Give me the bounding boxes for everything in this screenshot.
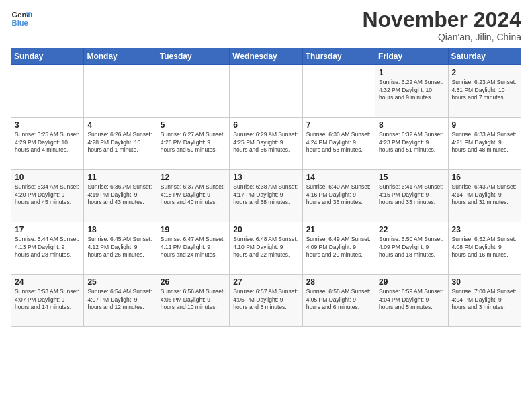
col-friday: Friday <box>375 48 448 65</box>
day-number: 30 <box>452 277 517 287</box>
day-info: Sunrise: 6:33 AM Sunset: 4:21 PM Dayligh… <box>452 131 517 154</box>
day-number: 14 <box>306 173 371 182</box>
cell-2-0: 10Sunrise: 6:34 AM Sunset: 4:20 PM Dayli… <box>11 170 84 222</box>
day-number: 26 <box>161 277 226 287</box>
day-info: Sunrise: 6:43 AM Sunset: 4:14 PM Dayligh… <box>452 183 517 206</box>
cell-0-3 <box>230 65 302 118</box>
cell-1-2: 5Sunrise: 6:27 AM Sunset: 4:26 PM Daylig… <box>157 118 229 170</box>
day-number: 17 <box>15 225 80 234</box>
day-info: Sunrise: 6:23 AM Sunset: 4:31 PM Dayligh… <box>452 79 517 101</box>
day-info: Sunrise: 6:25 AM Sunset: 4:29 PM Dayligh… <box>15 131 80 154</box>
cell-4-1: 25Sunrise: 6:54 AM Sunset: 4:07 PM Dayli… <box>84 275 157 327</box>
day-number: 9 <box>452 120 517 130</box>
day-number: 7 <box>306 120 371 130</box>
day-number: 5 <box>161 120 226 130</box>
cell-1-3: 6Sunrise: 6:29 AM Sunset: 4:25 PM Daylig… <box>230 118 302 170</box>
day-number: 10 <box>15 173 80 182</box>
day-number: 19 <box>161 225 226 234</box>
day-info: Sunrise: 7:00 AM Sunset: 4:04 PM Dayligh… <box>452 288 517 311</box>
week-row-1: 1Sunrise: 6:22 AM Sunset: 4:32 PM Daylig… <box>11 65 521 118</box>
calendar-body: 1Sunrise: 6:22 AM Sunset: 4:32 PM Daylig… <box>11 65 521 327</box>
svg-text:Blue: Blue <box>12 19 28 27</box>
day-info: Sunrise: 6:56 AM Sunset: 4:06 PM Dayligh… <box>161 288 226 311</box>
main-title: November 2024 <box>362 8 521 32</box>
day-number: 2 <box>452 68 517 77</box>
cell-2-2: 12Sunrise: 6:37 AM Sunset: 4:18 PM Dayli… <box>157 170 229 222</box>
day-info: Sunrise: 6:27 AM Sunset: 4:26 PM Dayligh… <box>161 131 226 154</box>
day-number: 15 <box>379 173 444 182</box>
cell-2-6: 16Sunrise: 6:43 AM Sunset: 4:14 PM Dayli… <box>448 170 521 222</box>
day-number: 24 <box>15 277 80 287</box>
week-row-5: 24Sunrise: 6:53 AM Sunset: 4:07 PM Dayli… <box>11 275 521 327</box>
col-tuesday: Tuesday <box>157 48 229 65</box>
day-info: Sunrise: 6:50 AM Sunset: 4:09 PM Dayligh… <box>379 236 444 259</box>
day-info: Sunrise: 6:59 AM Sunset: 4:04 PM Dayligh… <box>379 288 444 311</box>
cell-4-0: 24Sunrise: 6:53 AM Sunset: 4:07 PM Dayli… <box>11 275 84 327</box>
day-number: 8 <box>379 120 444 130</box>
cell-1-4: 7Sunrise: 6:30 AM Sunset: 4:24 PM Daylig… <box>302 118 375 170</box>
day-number: 29 <box>379 277 444 287</box>
day-info: Sunrise: 6:34 AM Sunset: 4:20 PM Dayligh… <box>15 183 80 206</box>
day-number: 28 <box>306 277 371 287</box>
cell-0-5: 1Sunrise: 6:22 AM Sunset: 4:32 PM Daylig… <box>375 65 448 118</box>
cell-1-0: 3Sunrise: 6:25 AM Sunset: 4:29 PM Daylig… <box>11 118 84 170</box>
day-number: 23 <box>452 225 517 234</box>
col-thursday: Thursday <box>302 48 375 65</box>
day-info: Sunrise: 6:57 AM Sunset: 4:05 PM Dayligh… <box>233 288 298 311</box>
title-block: November 2024 Qian'an, Jilin, China <box>362 8 521 42</box>
day-number: 1 <box>379 68 444 77</box>
cell-0-2 <box>157 65 229 118</box>
cell-0-1 <box>84 65 157 118</box>
day-number: 4 <box>87 120 152 130</box>
day-info: Sunrise: 6:29 AM Sunset: 4:25 PM Dayligh… <box>233 131 298 154</box>
cell-4-3: 27Sunrise: 6:57 AM Sunset: 4:05 PM Dayli… <box>230 275 302 327</box>
day-info: Sunrise: 6:54 AM Sunset: 4:07 PM Dayligh… <box>87 288 152 311</box>
col-saturday: Saturday <box>448 48 521 65</box>
day-number: 3 <box>15 120 80 130</box>
logo-icon: General Blue <box>11 8 32 30</box>
cell-4-4: 28Sunrise: 6:58 AM Sunset: 4:05 PM Dayli… <box>302 275 375 327</box>
subtitle: Qian'an, Jilin, China <box>362 32 521 42</box>
cell-4-6: 30Sunrise: 7:00 AM Sunset: 4:04 PM Dayli… <box>448 275 521 327</box>
cell-3-0: 17Sunrise: 6:44 AM Sunset: 4:13 PM Dayli… <box>11 222 84 275</box>
cell-3-5: 22Sunrise: 6:50 AM Sunset: 4:09 PM Dayli… <box>375 222 448 275</box>
cell-4-2: 26Sunrise: 6:56 AM Sunset: 4:06 PM Dayli… <box>157 275 229 327</box>
cell-2-3: 13Sunrise: 6:38 AM Sunset: 4:17 PM Dayli… <box>230 170 302 222</box>
day-info: Sunrise: 6:53 AM Sunset: 4:07 PM Dayligh… <box>15 288 80 311</box>
day-number: 16 <box>452 173 517 182</box>
col-monday: Monday <box>84 48 157 65</box>
day-info: Sunrise: 6:58 AM Sunset: 4:05 PM Dayligh… <box>306 288 371 311</box>
cell-0-0 <box>11 65 84 118</box>
weekday-row: Sunday Monday Tuesday Wednesday Thursday… <box>11 48 521 65</box>
calendar-header: Sunday Monday Tuesday Wednesday Thursday… <box>11 48 521 65</box>
day-number: 18 <box>87 225 152 234</box>
col-sunday: Sunday <box>11 48 84 65</box>
week-row-2: 3Sunrise: 6:25 AM Sunset: 4:29 PM Daylig… <box>11 118 521 170</box>
day-number: 21 <box>306 225 371 234</box>
day-number: 25 <box>87 277 152 287</box>
day-info: Sunrise: 6:52 AM Sunset: 4:08 PM Dayligh… <box>452 236 517 259</box>
day-info: Sunrise: 6:45 AM Sunset: 4:12 PM Dayligh… <box>87 236 152 259</box>
cell-1-6: 9Sunrise: 6:33 AM Sunset: 4:21 PM Daylig… <box>448 118 521 170</box>
cell-0-4 <box>302 65 375 118</box>
day-number: 11 <box>87 173 152 182</box>
cell-3-1: 18Sunrise: 6:45 AM Sunset: 4:12 PM Dayli… <box>84 222 157 275</box>
day-info: Sunrise: 6:40 AM Sunset: 4:16 PM Dayligh… <box>306 183 371 206</box>
cell-3-2: 19Sunrise: 6:47 AM Sunset: 4:11 PM Dayli… <box>157 222 229 275</box>
cell-1-5: 8Sunrise: 6:32 AM Sunset: 4:23 PM Daylig… <box>375 118 448 170</box>
cell-1-1: 4Sunrise: 6:26 AM Sunset: 4:28 PM Daylig… <box>84 118 157 170</box>
calendar: Sunday Monday Tuesday Wednesday Thursday… <box>11 48 521 327</box>
day-info: Sunrise: 6:47 AM Sunset: 4:11 PM Dayligh… <box>161 236 226 259</box>
day-info: Sunrise: 6:30 AM Sunset: 4:24 PM Dayligh… <box>306 131 371 154</box>
day-number: 22 <box>379 225 444 234</box>
day-number: 12 <box>161 173 226 182</box>
week-row-3: 10Sunrise: 6:34 AM Sunset: 4:20 PM Dayli… <box>11 170 521 222</box>
cell-2-4: 14Sunrise: 6:40 AM Sunset: 4:16 PM Dayli… <box>302 170 375 222</box>
day-info: Sunrise: 6:26 AM Sunset: 4:28 PM Dayligh… <box>87 131 152 154</box>
day-info: Sunrise: 6:37 AM Sunset: 4:18 PM Dayligh… <box>161 183 226 206</box>
day-info: Sunrise: 6:22 AM Sunset: 4:32 PM Dayligh… <box>379 79 444 101</box>
cell-0-6: 2Sunrise: 6:23 AM Sunset: 4:31 PM Daylig… <box>448 65 521 118</box>
cell-4-5: 29Sunrise: 6:59 AM Sunset: 4:04 PM Dayli… <box>375 275 448 327</box>
cell-3-4: 21Sunrise: 6:49 AM Sunset: 4:09 PM Dayli… <box>302 222 375 275</box>
day-info: Sunrise: 6:38 AM Sunset: 4:17 PM Dayligh… <box>233 183 298 206</box>
